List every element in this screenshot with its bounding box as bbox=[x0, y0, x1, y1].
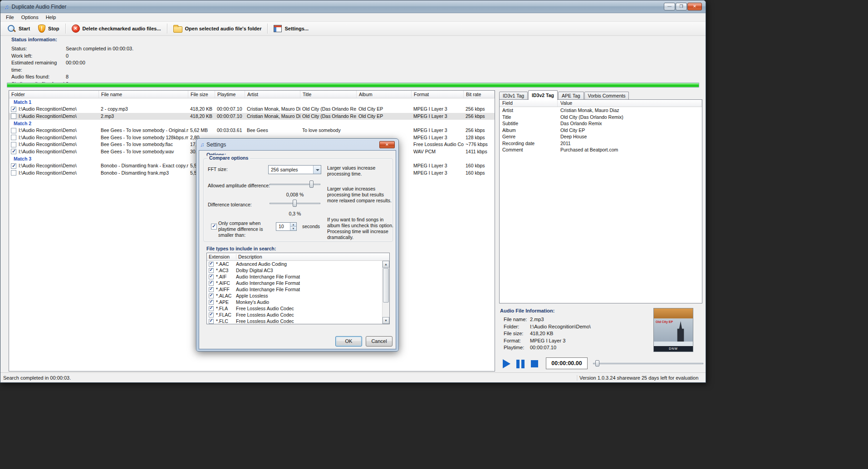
playtime-compare-checkbox[interactable] bbox=[211, 224, 217, 230]
filetype-row[interactable]: *.AIF Audio Interchange File Format bbox=[207, 274, 382, 280]
filetype-checkbox[interactable] bbox=[209, 274, 214, 279]
row-checkbox[interactable] bbox=[11, 113, 16, 119]
album-cell: Old City EP bbox=[357, 106, 412, 112]
row-checkbox[interactable] bbox=[11, 149, 16, 154]
chevron-down-icon[interactable] bbox=[313, 166, 321, 174]
cancel-button[interactable]: Cancel bbox=[366, 336, 392, 347]
column-header[interactable]: File name bbox=[99, 91, 188, 98]
filetype-row[interactable]: *.APE Monkey's Audio bbox=[207, 299, 382, 305]
playback-time-display: 00:00:00.00 bbox=[546, 357, 588, 369]
description-column-header[interactable]: Description bbox=[238, 253, 262, 260]
table-row[interactable]: I:\Audio Recognition\Demo\ 2.mp3 418,20 … bbox=[9, 113, 495, 120]
playtime-threshold-input[interactable]: 10 ▲▼ bbox=[276, 222, 297, 231]
menu-item[interactable]: Options bbox=[18, 14, 42, 21]
filetype-checkbox[interactable] bbox=[209, 293, 214, 298]
amplitude-slider[interactable] bbox=[269, 180, 321, 188]
filetype-description: Free Lossless Audio Codec bbox=[236, 318, 294, 324]
filetype-row[interactable]: *.AIFC Audio Interchange File Format bbox=[207, 280, 382, 286]
row-checkbox[interactable] bbox=[11, 128, 16, 133]
filetypes-scrollbar[interactable]: ▲ ▼ bbox=[382, 261, 389, 324]
filetype-checkbox[interactable] bbox=[209, 262, 214, 267]
column-header[interactable]: Artist bbox=[245, 91, 300, 98]
amplitude-slider-thumb[interactable] bbox=[309, 181, 314, 188]
table-row[interactable]: I:\Audio Recognition\Demo\ Bee Gees - To… bbox=[9, 127, 495, 134]
scroll-down-icon[interactable]: ▼ bbox=[383, 317, 389, 324]
spinner-buttons[interactable]: ▲▼ bbox=[290, 223, 296, 230]
column-header[interactable]: Format bbox=[412, 91, 464, 98]
tag-row[interactable]: Genre Deep House bbox=[500, 133, 702, 140]
tag-row[interactable]: Subtitle Das Orlando Remix bbox=[500, 120, 702, 127]
value-column-header[interactable]: Value bbox=[558, 100, 702, 107]
filetype-row[interactable]: *.FLC Free Lossless Audio Codec bbox=[207, 318, 382, 324]
settings-button[interactable]: Settings... bbox=[270, 24, 313, 34]
spinner-up-icon[interactable]: ▲ bbox=[290, 223, 296, 226]
filetype-checkbox[interactable] bbox=[209, 281, 214, 286]
column-header[interactable]: Folder bbox=[9, 91, 99, 98]
extension-column-header[interactable]: Extension bbox=[209, 253, 230, 260]
menu-item[interactable]: File bbox=[2, 14, 18, 21]
spinner-down-icon[interactable]: ▼ bbox=[290, 226, 296, 230]
scrollbar-thumb[interactable] bbox=[383, 268, 389, 303]
folder-cell: I:\Audio Recognition\Demo\ bbox=[9, 141, 99, 148]
tag-row[interactable]: Album Old City EP bbox=[500, 127, 702, 134]
seek-slider[interactable] bbox=[593, 360, 703, 367]
filetype-extension: *.APE bbox=[216, 299, 236, 305]
row-checkbox[interactable] bbox=[11, 170, 16, 176]
ok-button[interactable]: OK bbox=[335, 336, 362, 347]
titlebar[interactable]: ♫ Duplicate Audio Finder — ❐ ✕ bbox=[0, 0, 706, 13]
row-checkbox[interactable] bbox=[11, 107, 16, 112]
toolbar: Start Stop Delete checkmarked audio file… bbox=[0, 22, 706, 36]
column-header[interactable]: Title bbox=[300, 91, 357, 98]
column-header[interactable]: Playtime bbox=[215, 91, 245, 98]
seek-thumb[interactable] bbox=[595, 360, 599, 366]
filetype-row[interactable]: *.FLAC Free Lossless Audio Codec bbox=[207, 312, 382, 318]
filetype-checkbox[interactable] bbox=[209, 319, 214, 324]
filetype-row[interactable]: *.AAC Advanced Audio Coding bbox=[207, 261, 382, 267]
tag-tab[interactable]: ID3v1 Tag bbox=[499, 92, 528, 100]
filetype-row[interactable]: *.ALAC Apple Lossless bbox=[207, 293, 382, 299]
scroll-up-icon[interactable]: ▲ bbox=[383, 261, 389, 268]
filetype-checkbox[interactable] bbox=[209, 287, 214, 292]
row-checkbox[interactable] bbox=[11, 135, 16, 140]
filetype-checkbox[interactable] bbox=[209, 300, 214, 305]
filetype-checkbox[interactable] bbox=[209, 313, 214, 318]
field-column-header[interactable]: Field bbox=[500, 100, 558, 107]
tag-row[interactable]: Recording date 2011 bbox=[500, 140, 702, 147]
menu-item[interactable]: Help bbox=[42, 14, 60, 21]
tolerance-slider-thumb[interactable] bbox=[293, 200, 297, 207]
tag-row[interactable]: Comment Purchased at Beatport.com bbox=[500, 147, 702, 153]
tolerance-slider[interactable] bbox=[269, 199, 321, 207]
tag-tab[interactable]: Vorbis Comments bbox=[584, 92, 629, 100]
filetype-row[interactable]: *.FLA Free Lossless Audio Codec bbox=[207, 305, 382, 312]
file-name-cell: Bonobo - Dismantling frank.mp3 bbox=[99, 170, 188, 176]
tag-row[interactable]: Title Old City (Das Orlando Remix) bbox=[500, 114, 702, 121]
stop-playback-button[interactable] bbox=[529, 358, 540, 370]
minimize-button[interactable]: — bbox=[664, 3, 675, 10]
fft-size-dropdown[interactable]: 256 samples bbox=[268, 165, 321, 174]
close-button[interactable]: ✕ bbox=[687, 3, 702, 10]
filetype-checkbox[interactable] bbox=[209, 306, 214, 311]
audio-info-label: File name: bbox=[504, 316, 530, 323]
column-header[interactable]: File size bbox=[188, 91, 215, 98]
start-button[interactable]: Start bbox=[3, 23, 34, 34]
folder-cell: I:\Audio Recognition\Demo\ bbox=[9, 106, 99, 112]
dialog-titlebar[interactable]: ♫ Settings ✕ bbox=[199, 139, 396, 150]
play-button[interactable] bbox=[500, 358, 512, 370]
pause-button[interactable] bbox=[515, 358, 526, 370]
row-checkbox[interactable] bbox=[11, 163, 16, 169]
tag-row[interactable]: Artist Cristian Monak, Mauro Diaz bbox=[500, 107, 702, 114]
stop-button[interactable]: Stop bbox=[34, 23, 63, 34]
delete-checkmarked-button[interactable]: Delete checkmarked audio files... bbox=[68, 23, 165, 34]
tag-tab[interactable]: ID3v2 Tag bbox=[528, 90, 558, 100]
table-row[interactable]: I:\Audio Recognition\Demo\ 2 - copy.mp3 … bbox=[9, 106, 495, 113]
filetype-row[interactable]: *.AC3 Dolby Digital AC3 bbox=[207, 267, 382, 274]
dialog-close-button[interactable]: ✕ bbox=[379, 141, 395, 148]
tag-tab[interactable]: APE Tag bbox=[558, 92, 584, 100]
row-checkbox[interactable] bbox=[11, 142, 16, 147]
column-header[interactable]: Album bbox=[357, 91, 412, 98]
maximize-button[interactable]: ❐ bbox=[676, 3, 687, 10]
filetype-row[interactable]: *.AIFF Audio Interchange File Format bbox=[207, 286, 382, 293]
open-folder-button[interactable]: Open selected audio file's folder bbox=[169, 23, 266, 34]
filetype-checkbox[interactable] bbox=[209, 268, 214, 273]
column-header[interactable]: Bit rate bbox=[464, 91, 495, 98]
